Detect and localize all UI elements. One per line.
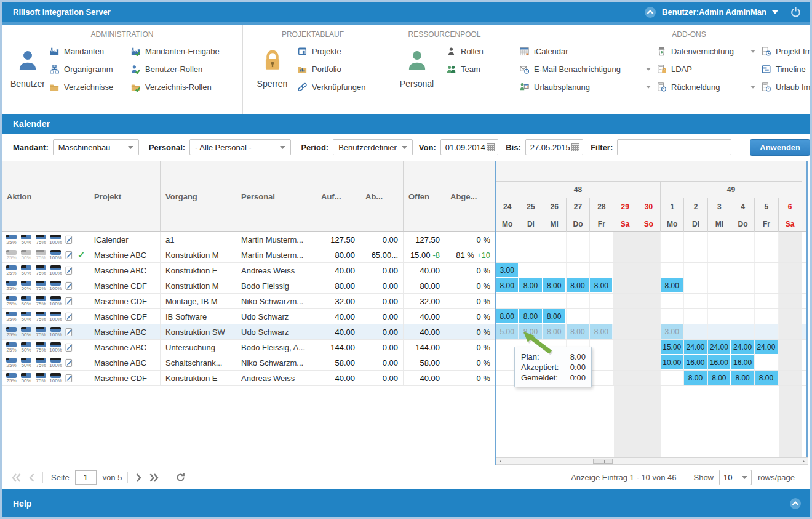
column-header-vorgang[interactable]: Vorgang — [161, 161, 236, 231]
progress-50-button[interactable]: 50% — [20, 296, 33, 307]
plan-hours-cell[interactable]: 16.00 — [708, 355, 730, 369]
ribbon-item-projekt-imp[interactable]: Projekt Imp — [762, 46, 810, 57]
column-header-personal[interactable]: Personal — [236, 161, 316, 231]
plan-hours-cell[interactable]: 8.00 — [543, 309, 565, 323]
plan-hours-cell[interactable]: 8.00 — [519, 324, 541, 339]
progress-25-button[interactable]: 25% — [5, 312, 18, 322]
progress-75-button[interactable]: 75% — [34, 342, 47, 353]
plan-hours-cell[interactable]: 8.00 — [731, 371, 754, 385]
table-row[interactable]: 25%50%75%100%Maschine CDFMontage, IB MNi… — [2, 294, 808, 309]
plan-hours-cell[interactable]: 3.00 — [661, 324, 683, 339]
ribbon-item-verknüpfungen[interactable]: Verknüpfungen — [298, 81, 378, 93]
table-row[interactable]: 25%50%75%100%Maschine ABCUntersuchungBod… — [2, 340, 808, 355]
ribbon-item-benutzer[interactable]: Benutzer — [10, 49, 45, 93]
progress-50-button[interactable]: 50% — [20, 265, 33, 276]
von-date-input[interactable]: 01.09.2014 — [440, 139, 498, 155]
progress-75-button[interactable]: 75% — [34, 296, 47, 307]
help-title[interactable]: Help — [13, 499, 31, 509]
progress-50-button[interactable]: 50% — [20, 281, 33, 291]
plan-hours-cell[interactable]: 16.00 — [684, 355, 706, 369]
column-header-projekt[interactable]: Projekt — [89, 161, 161, 231]
progress-100-button[interactable]: 100% — [49, 358, 62, 368]
scroll-left-arrow[interactable] — [496, 458, 504, 464]
plan-hours-cell[interactable]: 24.00 — [708, 340, 730, 354]
prev-page-button[interactable] — [29, 473, 34, 482]
progress-75-button[interactable]: 75% — [34, 373, 47, 384]
edit-icon[interactable] — [65, 358, 74, 368]
table-row[interactable]: 25%50%75%100%iCalendera1Martin Musterm..… — [2, 232, 808, 247]
bis-date-input[interactable]: 27.05.2015 — [525, 139, 583, 155]
progress-100-button[interactable]: 100% — [49, 265, 62, 276]
ribbon-item-sperren[interactable]: Sperren — [252, 49, 293, 93]
progress-50-button[interactable]: 50% — [20, 312, 33, 322]
scroll-top-icon[interactable] — [789, 497, 802, 510]
plan-hours-cell[interactable]: 5.00 — [496, 324, 518, 339]
plan-hours-cell[interactable]: 8.00 — [755, 371, 777, 385]
edit-icon[interactable] — [65, 251, 74, 260]
chevron-down-icon[interactable] — [772, 10, 778, 14]
page-number-input[interactable] — [75, 470, 97, 485]
progress-50-button[interactable]: 50% — [20, 327, 33, 337]
progress-75-button[interactable]: 75% — [34, 250, 47, 260]
ribbon-item-verzeichnisse[interactable]: Verzeichnisse — [50, 81, 126, 93]
ribbon-item-portfolio[interactable]: Portfolio — [298, 63, 378, 75]
progress-25-button[interactable]: 25% — [5, 327, 18, 337]
progress-25-button[interactable]: 25% — [5, 281, 18, 291]
edit-icon[interactable] — [65, 312, 74, 321]
progress-75-button[interactable]: 75% — [34, 327, 47, 337]
plan-hours-cell[interactable]: 8.00 — [519, 278, 541, 292]
progress-50-button[interactable]: 50% — [20, 235, 33, 245]
table-row[interactable]: 25%50%75%100%Maschine CDFIB SoftwareUdo … — [2, 309, 808, 324]
progress-25-button[interactable]: 25% — [5, 250, 18, 260]
progress-75-button[interactable]: 75% — [34, 235, 47, 245]
plan-hours-cell[interactable]: 8.00 — [496, 278, 518, 292]
plan-hours-cell[interactable]: 8.00 — [543, 278, 565, 292]
plan-hours-cell[interactable]: 8.00 — [708, 371, 730, 385]
progress-25-button[interactable]: 25% — [5, 235, 18, 245]
edit-icon[interactable] — [65, 235, 74, 244]
progress-50-button[interactable]: 50% — [20, 342, 33, 353]
scroll-right-arrow[interactable] — [800, 458, 808, 464]
progress-25-button[interactable]: 25% — [5, 296, 18, 307]
column-header-ab[interactable]: Ab... — [360, 161, 404, 231]
calendar-icon[interactable] — [571, 143, 579, 151]
period-select[interactable]: Benutzerdefinier — [333, 139, 413, 155]
rows-per-page-select[interactable]: 10 — [719, 470, 752, 485]
column-header-auf[interactable]: Auf... — [316, 161, 360, 231]
edit-icon[interactable] — [65, 297, 74, 306]
chevron-down-icon[interactable] — [750, 86, 757, 89]
column-header-offen[interactable]: Offen — [404, 161, 445, 231]
progress-25-button[interactable]: 25% — [5, 342, 18, 353]
plan-hours-cell[interactable]: 8.00 — [684, 371, 706, 385]
chevron-down-icon[interactable] — [646, 86, 652, 89]
scroll-top-icon[interactable] — [644, 6, 656, 18]
plan-hours-cell[interactable]: 8.00 — [567, 278, 589, 292]
power-icon[interactable] — [790, 6, 802, 18]
ribbon-item-team[interactable]: Team — [447, 63, 501, 75]
last-page-button[interactable] — [149, 473, 159, 482]
plan-hours-cell[interactable]: 15.00 — [661, 340, 683, 354]
progress-100-button[interactable]: 100% — [49, 235, 62, 245]
plan-hours-cell[interactable]: 8.00 — [496, 309, 518, 323]
plan-hours-cell[interactable]: 8.00 — [590, 324, 612, 339]
user-menu-label[interactable]: Benutzer:Admin AdminMan — [662, 7, 766, 17]
table-row[interactable]: 25%50%75%100%Maschine ABCSchaltschrank..… — [2, 355, 808, 371]
progress-100-button[interactable]: 100% — [49, 342, 62, 353]
first-page-button[interactable] — [12, 473, 21, 482]
progress-100-button[interactable]: 100% — [49, 327, 62, 337]
progress-50-button[interactable]: 50% — [20, 358, 33, 368]
plan-hours-cell[interactable]: 8.00 — [543, 324, 565, 339]
horizontal-scrollbar[interactable] — [496, 457, 808, 465]
chevron-down-icon[interactable] — [646, 68, 652, 71]
edit-icon[interactable] — [65, 343, 74, 352]
table-row[interactable]: 25%50%75%100%Maschine ABCKonstruktion SW… — [2, 324, 808, 340]
ribbon-item-benutzer-rollen[interactable]: Benutzer-Rollen — [131, 63, 239, 75]
progress-100-button[interactable]: 100% — [49, 373, 62, 384]
refresh-icon[interactable] — [175, 472, 186, 483]
ribbon-item-urlaubsplanung[interactable]: Urlaubsplanung — [520, 81, 652, 93]
progress-75-button[interactable]: 75% — [34, 358, 47, 368]
progress-75-button[interactable]: 75% — [34, 265, 47, 276]
ribbon-item-rollen[interactable]: Rollen — [447, 46, 501, 57]
calendar-icon[interactable] — [487, 143, 495, 151]
progress-100-button[interactable]: 100% — [49, 312, 62, 322]
